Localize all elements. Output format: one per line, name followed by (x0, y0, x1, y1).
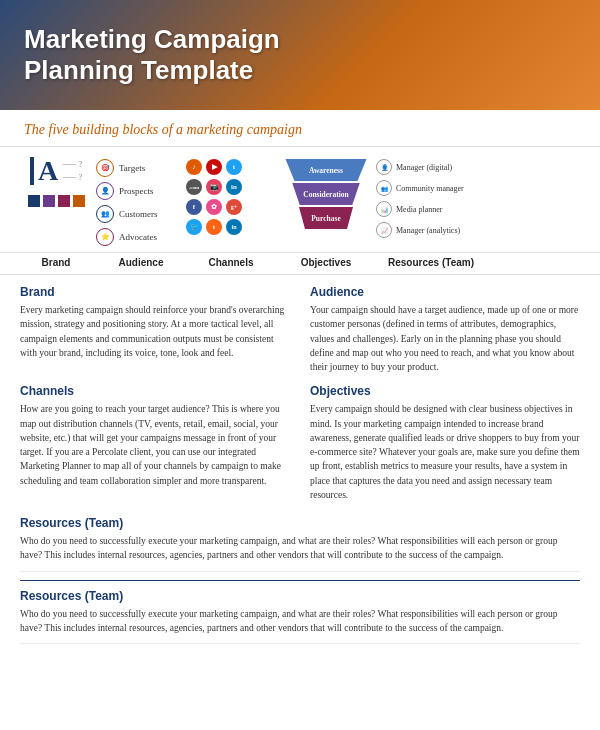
brand-section: Brand Every marketing campaign should re… (20, 285, 290, 374)
res-item-1: 👤 Manager (digital) (376, 159, 486, 175)
label-objectives: Objectives (276, 257, 376, 268)
objectives-section: Objectives Every campaign should be desi… (310, 384, 580, 502)
channel-icon-4: .com (186, 179, 202, 195)
channel-row-4: 🐦 t in (186, 219, 276, 235)
resources-column: 👤 Manager (digital) 👥 Community manager … (376, 157, 486, 238)
header-text-container: Marketing Campaign Planning Template (0, 6, 304, 104)
objectives-section-text: Every campaign should be designed with c… (310, 402, 580, 502)
audience-item-customers: 👥 Customers (96, 205, 186, 223)
channel-icon-9: g+ (226, 199, 242, 215)
channels-section-text: How are you going to reach your target a… (20, 402, 290, 488)
res-item-3: 📊 Media planner (376, 201, 486, 217)
content-area: Brand Every marketing campaign should re… (0, 275, 600, 662)
brand-line-1: --------? (62, 160, 82, 169)
header-title: Marketing Campaign Planning Template (24, 24, 280, 86)
resources-section-2-title: Resources (Team) (20, 589, 580, 603)
resources-section-1-title: Resources (Team) (20, 516, 580, 530)
res-icon-3: 📊 (376, 201, 392, 217)
prospects-icon: 👤 (96, 182, 114, 200)
channel-icon-7: f (186, 199, 202, 215)
two-col-row-2: Channels How are you going to reach your… (20, 384, 580, 502)
swatch-1 (28, 195, 40, 207)
res-item-2: 👥 Community manager (376, 180, 486, 196)
label-channels: Channels (186, 257, 276, 268)
audience-item-targets: 🎯 Targets (96, 159, 186, 177)
objectives-section-title: Objectives (310, 384, 580, 398)
channel-row-2: .com 📷 in (186, 179, 276, 195)
label-brand: Brand (16, 257, 96, 268)
brand-lines: --------? --------? (62, 160, 82, 182)
audience-column: 🎯 Targets 👤 Prospects 👥 Customers ⭐ Advo… (96, 157, 186, 246)
subtitle: The five building blocks of a marketing … (0, 110, 600, 147)
targets-icon: 🎯 (96, 159, 114, 177)
brand-line-2: --------? (62, 173, 82, 182)
swatch-4 (73, 195, 85, 207)
header: Marketing Campaign Planning Template (0, 0, 600, 110)
brand-letter-a: A (30, 157, 58, 185)
channels-section-title: Channels (20, 384, 290, 398)
brand-section-title: Brand (20, 285, 290, 299)
label-audience: Audience (96, 257, 186, 268)
audience-section: Audience Your campaign should have a tar… (310, 285, 580, 374)
resources-section-2-text: Who do you need to successfully execute … (20, 607, 580, 636)
channel-icon-11: t (206, 219, 222, 235)
channel-icon-12: in (226, 219, 242, 235)
color-swatches (28, 195, 85, 207)
brand-section-text: Every marketing campaign should reinforc… (20, 303, 290, 360)
channel-icon-6: in (226, 179, 242, 195)
resources-section-1-text: Who do you need to successfully execute … (20, 534, 580, 563)
swatch-2 (43, 195, 55, 207)
advocates-icon: ⭐ (96, 228, 114, 246)
resources-section-1: Resources (Team) Who do you need to succ… (20, 512, 580, 572)
infographic: A --------? --------? 🎯 Targets 👤 Pr (0, 147, 600, 253)
funnel-awareness: Awareness (281, 159, 371, 181)
column-labels: Brand Audience Channels Objectives Resou… (0, 253, 600, 275)
brand-column: A --------? --------? (16, 157, 96, 207)
channel-icon-10: 🐦 (186, 219, 202, 235)
audience-item-advocates: ⭐ Advocates (96, 228, 186, 246)
channel-icon-8: ✿ (206, 199, 222, 215)
two-col-row-1: Brand Every marketing campaign should re… (20, 285, 580, 374)
audience-item-prospects: 👤 Prospects (96, 182, 186, 200)
audience-section-text: Your campaign should have a target audie… (310, 303, 580, 374)
channel-row-1: ♪ ▶ t (186, 159, 276, 175)
customers-icon: 👥 (96, 205, 114, 223)
res-icon-2: 👥 (376, 180, 392, 196)
swatch-3 (58, 195, 70, 207)
res-item-4: 📈 Manager (analytics) (376, 222, 486, 238)
funnel-purchase: Purchase (296, 207, 356, 229)
audience-section-title: Audience (310, 285, 580, 299)
channel-row-3: f ✿ g+ (186, 199, 276, 215)
channel-icon-5: 📷 (206, 179, 222, 195)
brand-a-container: A --------? --------? (30, 157, 82, 185)
channels-section: Channels How are you going to reach your… (20, 384, 290, 502)
channel-icon-3: t (226, 159, 242, 175)
funnel-consideration: Consideration (289, 183, 364, 205)
objectives-column: Awareness Consideration Purchase (276, 157, 376, 229)
channel-icon-1: ♪ (186, 159, 202, 175)
res-icon-1: 👤 (376, 159, 392, 175)
res-icon-4: 📈 (376, 222, 392, 238)
resources-section-2: Resources (Team) Who do you need to succ… (20, 580, 580, 645)
channel-icon-2: ▶ (206, 159, 222, 175)
label-resources: Resources (Team) (376, 257, 486, 268)
channels-column: ♪ ▶ t .com 📷 in f ✿ g+ 🐦 t in (186, 157, 276, 235)
